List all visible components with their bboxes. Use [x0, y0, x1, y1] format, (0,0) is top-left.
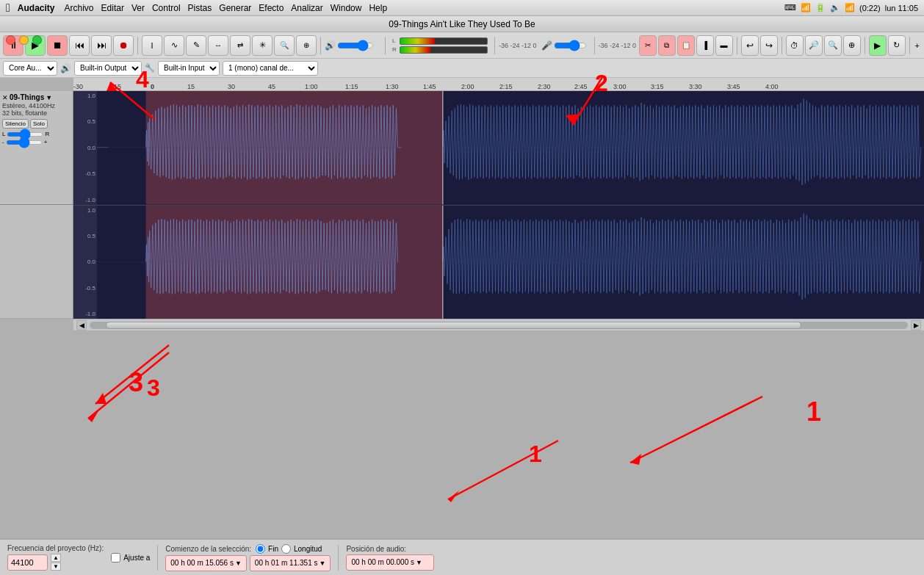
- undo-button[interactable]: ↩: [741, 35, 759, 56]
- y-axis-2: 1.0 0.5 0.0 -0.5 -1.0: [73, 206, 97, 319]
- playback-device-select[interactable]: Core Au...: [3, 61, 57, 76]
- play-green-button[interactable]: ▶: [869, 35, 887, 56]
- time-shift-tool[interactable]: ⇄: [230, 35, 250, 56]
- input-range[interactable]: [554, 43, 587, 48]
- track1-buttons: Silencio Solo: [2, 119, 71, 129]
- sep6: [737, 37, 737, 54]
- window-title: 09-Things Ain't Like They Used To Be: [389, 19, 535, 29]
- menubar-right: ⌨ 📶 🔋 🔈 📶 (0:22) lun 11:05: [784, 3, 918, 12]
- loop-button[interactable]: ↻: [888, 35, 906, 56]
- adjust-label: Ajuste a: [123, 554, 150, 562]
- position-label: Posición de audio:: [346, 545, 434, 553]
- selection-group: Comienzo de la selección: Fin Longitud 0…: [165, 544, 331, 571]
- paste-button[interactable]: 📋: [677, 35, 695, 56]
- scroll-thumb[interactable]: [106, 322, 801, 329]
- zoom-in-tool[interactable]: ↔: [208, 35, 228, 56]
- separator5: [594, 37, 595, 54]
- zoom-sel-tool[interactable]: ⊕: [296, 35, 317, 56]
- gain-slider[interactable]: [6, 140, 43, 145]
- db-scale2: -36 -24 -12 0: [599, 42, 637, 49]
- track1-meta1: Estéreo, 44100Hz: [2, 102, 71, 109]
- position-value-box[interactable]: 00 h 00 m 00.000 s ▼: [346, 554, 434, 571]
- waveform-path-2: [443, 99, 921, 185]
- svg-marker-16: [448, 491, 459, 502]
- level-meter-r: [400, 46, 488, 54]
- redo-button[interactable]: ↪: [760, 35, 778, 56]
- scroll-left-arrow[interactable]: ◀: [76, 320, 87, 330]
- menu-window[interactable]: Window: [331, 3, 362, 13]
- separator-status2: [338, 545, 339, 571]
- mute-button[interactable]: Silencio: [2, 119, 29, 129]
- envelope-tool[interactable]: ∿: [164, 35, 184, 56]
- sep9: [909, 37, 910, 54]
- maximize-button[interactable]: [32, 35, 42, 45]
- copy-button[interactable]: ⧉: [658, 35, 676, 56]
- draw-tool[interactable]: ✎: [186, 35, 206, 56]
- position-value: 00 h 00 m 00.000 s: [351, 558, 414, 566]
- scroll-track[interactable]: [90, 322, 908, 329]
- input-volume-slider[interactable]: [554, 41, 591, 50]
- svg-rect-2: [146, 206, 443, 319]
- zoom-in-button[interactable]: 🔎: [805, 35, 823, 56]
- menu-generar[interactable]: Generar: [219, 3, 251, 13]
- waveform-track-2[interactable]: 1.0 0.5 0.0 -0.5 -1.0: [73, 206, 924, 319]
- clock-icon: ⏱: [786, 35, 804, 56]
- zoom-out-button[interactable]: 🔍: [824, 35, 842, 56]
- svg-line-7: [630, 397, 762, 463]
- annotation-3: 3: [129, 367, 143, 398]
- minimize-button[interactable]: [19, 35, 29, 45]
- longitud-radio[interactable]: [281, 544, 291, 554]
- playback-volume-slider[interactable]: [337, 43, 381, 48]
- selection-label: Comienzo de la selección:: [165, 545, 251, 553]
- menu-archivo[interactable]: Archivo: [65, 3, 94, 13]
- app-name[interactable]: Audacity: [18, 3, 55, 13]
- menu-ver[interactable]: Ver: [131, 3, 145, 13]
- cut-button[interactable]: ✂: [639, 35, 657, 56]
- trim-button[interactable]: ▐: [696, 35, 714, 56]
- sel-start-box[interactable]: 00 h 00 m 15.056 s ▼: [165, 555, 247, 571]
- annotation-1: 1: [806, 397, 821, 427]
- skip-fwd-button[interactable]: ⏭: [91, 35, 112, 56]
- longitud-label: Longitud: [294, 545, 322, 553]
- menu-pistas[interactable]: Pistas: [188, 3, 212, 13]
- volume-icon: 🔊: [325, 40, 336, 51]
- menu-analizar[interactable]: Analizar: [291, 3, 322, 13]
- menu-help[interactable]: Help: [369, 3, 387, 13]
- waveform-track-1[interactable]: 1.0 0.5 0.0 -0.5 -1.0: [73, 91, 924, 206]
- multi-tool[interactable]: ✳: [252, 35, 272, 56]
- sel-start-value: 00 h 00 m 15.056 s: [170, 559, 234, 567]
- skip-back-button[interactable]: ⏮: [69, 35, 90, 56]
- menu-editar[interactable]: Editar: [101, 3, 124, 13]
- freq-spinner[interactable]: ▲ ▼: [51, 554, 61, 571]
- track2-info: [0, 205, 73, 319]
- input-device-select[interactable]: Built-in Input: [158, 61, 220, 76]
- plus-icon: +: [915, 41, 920, 50]
- freq-value-box[interactable]: 44100: [7, 554, 48, 571]
- silence-sel-button[interactable]: ▬: [715, 35, 733, 56]
- annotations-area: 3 1: [0, 330, 924, 477]
- track-info-panel: ✕ 09-Things ▼ Estéreo, 44100Hz 32 bits, …: [0, 91, 73, 319]
- stop-button[interactable]: ⏹: [47, 35, 68, 56]
- zoom-out-tool[interactable]: 🔍: [274, 35, 295, 56]
- scroll-right-arrow[interactable]: ▶: [911, 320, 921, 330]
- menu-control[interactable]: Control: [152, 3, 181, 13]
- track1-close[interactable]: ✕: [2, 94, 8, 101]
- timeline-ruler: -30 -15 0 15 30 45 1:00 1:15 1:30 1:45 2…: [73, 78, 924, 91]
- close-button[interactable]: [6, 35, 15, 45]
- freq-label: Frecuencia del proyecto (Hz):: [7, 544, 104, 552]
- volume-range[interactable]: [337, 43, 374, 48]
- adjust-checkbox[interactable]: [111, 553, 120, 563]
- sel-end-box[interactable]: 00 h 01 m 11.351 s ▼: [250, 555, 331, 571]
- freq-group: Frecuencia del proyecto (Hz): 44100 ▲ ▼: [7, 544, 104, 571]
- horizontal-scrollbar[interactable]: ◀ ▶: [73, 319, 924, 330]
- channel-select[interactable]: 1 (mono) canal de...: [223, 61, 318, 76]
- menu-efecto[interactable]: Efecto: [259, 3, 284, 13]
- solo-button[interactable]: Solo: [30, 119, 48, 129]
- clock: lun 11:05: [885, 4, 918, 12]
- fin-radio[interactable]: [256, 544, 265, 554]
- output-device-select[interactable]: Built-in Output: [74, 61, 142, 76]
- record-button[interactable]: ⏺: [113, 35, 134, 56]
- zoom-sel-button[interactable]: ⊕: [843, 35, 861, 56]
- track1-dropdown[interactable]: ▼: [46, 94, 52, 101]
- select-tool[interactable]: I: [142, 35, 162, 56]
